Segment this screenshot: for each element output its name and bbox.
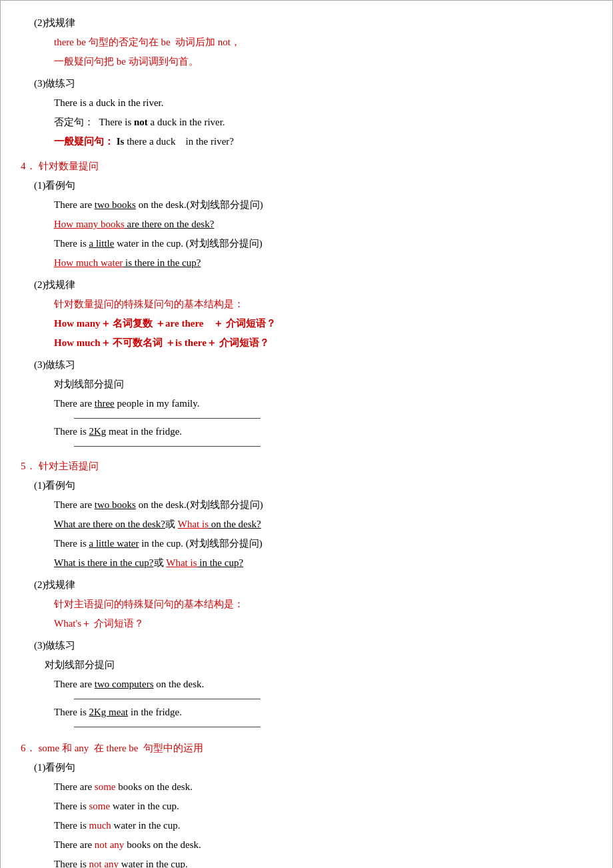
section4-answer-line2 (74, 446, 261, 447)
sub-label-find-rule-1: (2)找规律 (34, 14, 592, 32)
section4-title-row: 4． 针对数量提问 (21, 157, 592, 175)
section4-sub2-label: (2)找规律 (34, 276, 592, 294)
section6-ex4: There are not any books on the desk. (54, 836, 592, 854)
section4-practice-intro: 对划线部分提问 (54, 375, 592, 393)
section6-title: some 和 any 在 there be 句型中的运用 (39, 739, 203, 757)
practice-general-question: 一般疑问句： Is there a duck in the river? (54, 133, 592, 151)
section5-title-row: 5． 针对主语提问 (21, 457, 592, 475)
section4-ex2: There is a little water in the cup. (对划线… (54, 235, 592, 253)
section4-ex1-ans: How many books are there on the desk? (54, 215, 592, 233)
section4-num: 4． (21, 157, 36, 175)
section5-sub1-label: (1)看例句 (34, 477, 592, 495)
section6-ex1: There are some books on the desk. (54, 778, 592, 796)
section5-sub3-label: (3)做练习 (34, 637, 592, 655)
section4-rule2: How many＋ 名词复数 ＋are there ＋ 介词短语？ (54, 315, 592, 333)
section4-answer-line1 (74, 418, 261, 419)
section4-practice1: There are three people in my family. (54, 395, 592, 413)
rule-text-2: 一般疑问句把 be 动词调到句首。 (54, 53, 199, 71)
section4-sub1-label: (1)看例句 (34, 177, 592, 195)
section4-title: 针对数量提问 (39, 157, 99, 175)
section4-rule1: 针对数量提问的特殊疑问句的基本结构是： (54, 295, 592, 313)
section6-ex2: There is some water in the cup. (54, 797, 592, 815)
section6-title-row: 6． some 和 any 在 there be 句型中的运用 (21, 739, 592, 757)
section6-num: 6． (21, 739, 36, 757)
section5-num: 5． (21, 457, 36, 475)
section6-ex3: There is much water in the cup. (54, 817, 592, 835)
section4-ex1: There are two books on the desk.(对划线部分提问… (54, 196, 592, 214)
section5-ex2: There is a little water in the cup. (对划线… (54, 535, 592, 553)
section5-practice1: There are two computers on the desk. (54, 675, 592, 693)
section5-ex1: There are two books on the desk.(对划线部分提问… (54, 496, 592, 514)
section5-rule2: What's＋ 介词短语？ (54, 615, 592, 633)
rule-text-1: there be 句型的否定句在 be 动词后加 not， (54, 33, 241, 51)
practice-negative: 否定句： There is not a duck in the river. (54, 113, 592, 131)
sub-label-practice-1: (3)做练习 (34, 75, 592, 93)
section5-rule1: 针对主语提问的特殊疑问句的基本结构是： (54, 595, 592, 613)
rule-line-2: 一般疑问句把 be 动词调到句首。 (54, 53, 592, 71)
section4-ex2-ans: How much water is there in the cup? (54, 254, 592, 272)
section4-rule3: How much＋ 不可数名词 ＋is there＋ 介词短语？ (54, 334, 592, 352)
section5-answer-line2 (74, 727, 261, 727)
section5-title: 针对主语提问 (39, 457, 99, 475)
section5-ex1-ans: What are there on the desk? 或 What is on… (54, 515, 592, 533)
section5-sub2-label: (2)找规律 (34, 576, 592, 594)
practice-ex1: There is a duck in the river. (54, 94, 592, 112)
section6-ex5: There is not any water in the cup. (54, 855, 592, 868)
label-find-rule-1: (2)找规律 (34, 14, 76, 32)
page: (2)找规律 there be 句型的否定句在 be 动词后加 not， 一般疑… (0, 0, 613, 868)
section4-sub3-label: (3)做练习 (34, 356, 592, 374)
section5-answer-line1 (74, 699, 261, 699)
rule-line-1: there be 句型的否定句在 be 动词后加 not， (54, 33, 592, 51)
section4-practice2: There is 2Kg meat in the fridge. (54, 423, 592, 441)
section5-practice-intro: 对划线部分提问 (45, 656, 592, 674)
section5-practice2: There is 2Kg meat in the fridge. (54, 703, 592, 721)
section6-sub1-label: (1)看例句 (34, 759, 592, 777)
section5-ex2-ans: What is there in the cup? 或 What is in t… (54, 554, 592, 572)
